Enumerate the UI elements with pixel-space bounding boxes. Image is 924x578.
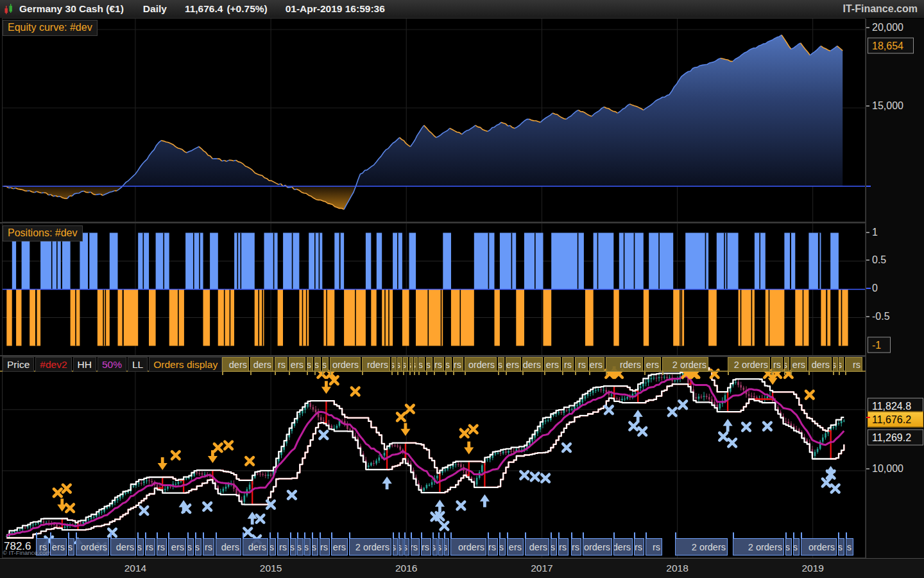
order-label[interactable]: rders <box>606 357 643 372</box>
order-label[interactable]: ers <box>791 357 807 372</box>
order-label[interactable]: s <box>403 357 408 372</box>
order-label[interactable]: rs <box>275 357 287 372</box>
order-label[interactable]: orders <box>76 538 109 556</box>
order-label[interactable]: ders <box>243 538 268 556</box>
order-label[interactable]: s <box>68 538 74 556</box>
order-label[interactable]: 2 orders <box>675 538 728 556</box>
order-label[interactable]: s <box>785 538 792 556</box>
order-label[interactable]: orders <box>450 538 486 556</box>
order-label[interactable]: ers <box>506 357 521 372</box>
order-label[interactable]: rs <box>277 538 289 556</box>
equity-chart[interactable] <box>3 19 865 222</box>
toolbar-chip-price[interactable]: Price <box>3 357 34 372</box>
order-label[interactable]: s <box>432 538 438 556</box>
order-label[interactable]: s <box>838 538 844 556</box>
order-label[interactable]: s <box>499 538 506 556</box>
order-label[interactable]: ders <box>222 357 249 372</box>
order-label[interactable]: rs <box>558 538 569 556</box>
toolbar-chip-50-[interactable]: 50% <box>98 357 126 372</box>
order-label[interactable]: s <box>414 357 418 372</box>
order-label[interactable]: s <box>445 357 452 372</box>
toolbar-chip-hh[interactable]: HH <box>73 357 96 372</box>
order-label[interactable]: rs <box>771 357 783 372</box>
order-label[interactable]: s <box>839 357 844 372</box>
order-label[interactable]: s <box>833 357 838 372</box>
order-label[interactable]: orders <box>583 538 612 556</box>
order-label[interactable]: s <box>438 538 443 556</box>
order-label[interactable]: s <box>793 538 800 556</box>
order-label[interactable]: ders <box>250 357 273 372</box>
order-label[interactable]: s <box>784 357 789 372</box>
order-label[interactable]: s <box>297 538 304 556</box>
order-label[interactable]: ders <box>613 538 633 556</box>
order-label[interactable]: ers <box>507 538 524 556</box>
order-label[interactable]: 2 orders <box>662 357 708 372</box>
order-label[interactable]: ers <box>289 357 305 372</box>
order-label[interactable]: rs <box>646 538 662 556</box>
order-label[interactable]: rders <box>362 357 390 372</box>
order-label[interactable]: rs <box>634 538 644 556</box>
price-chart[interactable] <box>3 357 865 557</box>
order-label[interactable]: s <box>397 357 402 372</box>
toolbar-chip-orders-display[interactable]: Orders display <box>149 357 222 372</box>
order-label[interactable]: s <box>846 538 853 556</box>
order-label[interactable]: s <box>137 538 144 556</box>
order-label[interactable]: s <box>404 538 409 556</box>
order-label[interactable]: rs <box>421 538 431 556</box>
order-label[interactable]: s <box>187 538 194 556</box>
order-label[interactable]: 2 orders <box>349 538 391 556</box>
positions-chart[interactable] <box>3 223 865 355</box>
order-label[interactable]: s <box>290 538 296 556</box>
order-label[interactable]: rs <box>157 538 167 556</box>
order-label[interactable]: s <box>418 357 425 372</box>
equity-panel-label[interactable]: Equity curve: #dev <box>3 20 98 36</box>
time-axis[interactable]: 201420152016201720182019 <box>0 558 924 578</box>
order-label[interactable]: ders <box>216 538 241 556</box>
order-label[interactable]: rs <box>203 538 214 556</box>
order-label[interactable]: 2 orders <box>733 538 784 556</box>
order-label[interactable]: ers <box>644 357 661 372</box>
positions-panel-label[interactable]: Positions: #dev <box>3 225 83 241</box>
order-label[interactable]: s <box>322 357 329 372</box>
order-label[interactable]: s <box>426 357 432 372</box>
order-label[interactable]: s <box>393 538 398 556</box>
order-label[interactable]: s <box>391 357 397 372</box>
panel-separator[interactable] <box>0 355 866 356</box>
order-label[interactable]: rs <box>434 357 444 372</box>
order-label[interactable]: orders <box>465 357 497 372</box>
order-label[interactable]: s <box>307 357 313 372</box>
order-label[interactable]: rs <box>320 538 330 556</box>
order-label[interactable]: rs <box>571 538 581 556</box>
order-label[interactable]: s <box>304 538 311 556</box>
order-label[interactable]: s <box>444 538 449 556</box>
order-label[interactable]: s <box>498 357 504 372</box>
toolbar-chip--dev2[interactable]: #dev2 <box>35 357 71 372</box>
order-label[interactable]: s <box>551 538 557 556</box>
order-label[interactable]: 2 orders <box>728 357 770 372</box>
order-label[interactable]: ders <box>110 538 136 556</box>
order-label[interactable]: ders <box>525 538 549 556</box>
order-label[interactable]: ders <box>809 357 832 372</box>
order-label[interactable]: s <box>312 538 318 556</box>
order-label[interactable]: s <box>195 538 201 556</box>
order-label[interactable]: ers <box>331 538 348 556</box>
order-label[interactable]: ers <box>50 538 67 556</box>
order-label[interactable]: rs <box>845 357 862 372</box>
order-label[interactable]: s <box>409 357 413 372</box>
order-label[interactable]: orders <box>330 357 361 372</box>
order-label[interactable]: rs <box>453 357 463 372</box>
order-label[interactable]: rs <box>411 538 420 556</box>
order-label[interactable]: ers <box>544 357 561 372</box>
order-label[interactable]: s <box>314 357 321 372</box>
order-label[interactable]: rs <box>145 538 155 556</box>
order-label[interactable]: ders <box>522 357 543 372</box>
order-label[interactable]: ers <box>589 357 604 372</box>
order-label[interactable]: rs <box>488 538 498 556</box>
toolbar-chip-ll[interactable]: LL <box>128 357 148 372</box>
right-price-axis[interactable]: 20,00018,65415,00010.50-0.5-111,824.811,… <box>866 19 924 558</box>
order-label[interactable]: rs <box>562 357 574 372</box>
order-label[interactable]: s <box>270 538 276 556</box>
order-label[interactable]: ers <box>168 538 186 556</box>
order-label[interactable]: rs <box>575 357 588 372</box>
order-label[interactable]: s <box>398 538 404 556</box>
